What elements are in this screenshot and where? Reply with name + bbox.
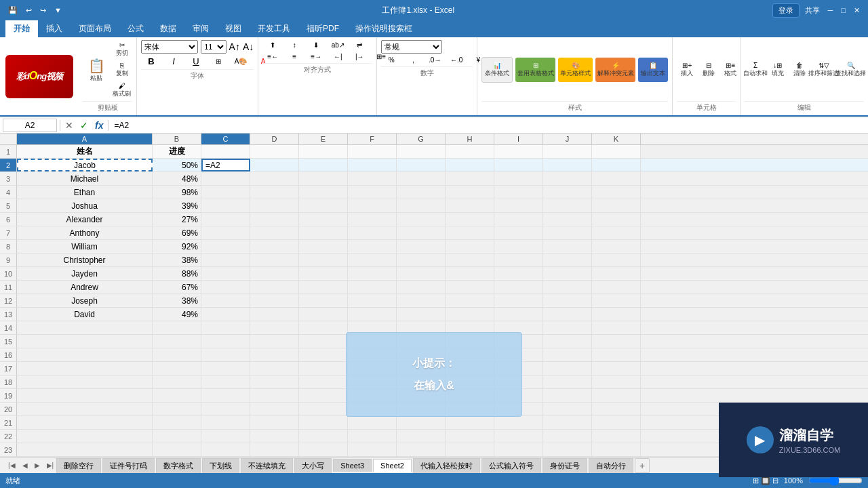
list-item[interactable]: 98% — [153, 186, 201, 199]
list-item[interactable] — [543, 294, 592, 307]
name-box[interactable]: A2 — [3, 119, 57, 132]
list-item[interactable]: 38% — [153, 253, 201, 266]
list-item[interactable] — [348, 267, 397, 280]
sheet-tab-case[interactable]: 大小写 — [294, 458, 332, 473]
list-item[interactable] — [201, 362, 250, 375]
login-button[interactable]: 登录 — [772, 3, 800, 18]
list-item[interactable] — [592, 172, 641, 185]
format-as-table-button[interactable]: ⊞ 套用表格格式 — [515, 58, 555, 82]
sheet-tab-delete-blank[interactable]: 删除空行 — [56, 458, 101, 473]
list-item[interactable]: 92% — [153, 240, 201, 253]
list-item[interactable] — [299, 159, 348, 171]
increase-font-icon[interactable]: A↑ — [229, 41, 240, 52]
list-item[interactable] — [446, 159, 494, 171]
list-item[interactable] — [153, 362, 201, 375]
list-item[interactable] — [446, 186, 494, 199]
list-item[interactable] — [348, 281, 397, 293]
list-item[interactable] — [592, 267, 641, 280]
col-header-a[interactable]: A — [17, 134, 153, 144]
list-item[interactable] — [348, 308, 397, 321]
insert-cell-button[interactable]: ⊞+插入 — [677, 60, 697, 79]
cut-button[interactable]: ✂剪切 — [111, 40, 132, 59]
list-item[interactable] — [250, 253, 299, 266]
list-item[interactable] — [299, 172, 348, 185]
undo-button[interactable]: ↩ — [23, 5, 35, 16]
find-select-button[interactable]: 🔍查找和选择 — [838, 60, 864, 79]
list-item[interactable] — [494, 159, 543, 171]
list-item[interactable] — [299, 308, 348, 321]
close-button[interactable]: ✕ — [851, 3, 863, 18]
col-header-c[interactable]: C — [201, 134, 250, 144]
list-item[interactable] — [494, 294, 543, 307]
list-item[interactable] — [299, 186, 348, 199]
list-item[interactable] — [446, 213, 494, 226]
list-item[interactable] — [543, 240, 592, 253]
tab-layout[interactable]: 页面布局 — [71, 20, 119, 37]
list-item[interactable] — [397, 199, 446, 212]
list-item[interactable]: Andrew — [17, 281, 153, 293]
list-item[interactable]: Jayden — [17, 267, 153, 280]
list-item[interactable] — [543, 159, 592, 171]
list-item[interactable] — [397, 294, 446, 307]
sheet-prev-button[interactable]: ◀ — [20, 460, 31, 470]
list-item[interactable] — [153, 335, 201, 348]
list-item[interactable] — [397, 172, 446, 185]
list-item[interactable] — [543, 199, 592, 212]
list-item[interactable] — [201, 267, 250, 280]
list-item[interactable] — [543, 308, 592, 321]
list-item[interactable] — [299, 348, 348, 361]
list-item[interactable] — [201, 145, 250, 158]
font-family-select[interactable]: 宋体 — [141, 40, 198, 54]
list-item[interactable]: 进度 — [153, 145, 201, 158]
list-item[interactable] — [592, 335, 641, 348]
resolve-conflict-button[interactable]: ⚡ 解释冲突元素 — [595, 58, 635, 82]
bold-button[interactable]: B — [141, 55, 161, 68]
tab-view[interactable]: 视图 — [217, 20, 250, 37]
list-item[interactable] — [543, 267, 592, 280]
list-item[interactable]: Ethan — [17, 186, 153, 199]
confirm-formula-button[interactable]: ✓ — [78, 120, 90, 131]
list-item[interactable] — [348, 226, 397, 239]
list-item[interactable]: 姓名 — [17, 145, 153, 158]
sheet-tab-id[interactable]: 身份证号 — [542, 458, 587, 473]
list-item[interactable] — [397, 240, 446, 253]
list-item[interactable]: 49% — [153, 308, 201, 321]
align-bottom-button[interactable]: ⬇ — [306, 40, 326, 50]
list-item[interactable] — [592, 199, 641, 212]
list-item[interactable] — [446, 172, 494, 185]
align-left-button[interactable]: ≡← — [262, 52, 283, 62]
list-item[interactable] — [446, 281, 494, 293]
list-item[interactable] — [494, 267, 543, 280]
list-item[interactable] — [299, 294, 348, 307]
list-item[interactable] — [299, 443, 348, 456]
decrease-font-icon[interactable]: A↓ — [243, 41, 254, 52]
list-item[interactable] — [446, 430, 494, 443]
percent-button[interactable]: % — [381, 55, 401, 65]
list-item[interactable] — [592, 430, 641, 443]
list-item[interactable]: 67% — [153, 281, 201, 293]
list-item[interactable] — [592, 294, 641, 307]
list-item[interactable] — [446, 145, 494, 158]
list-item[interactable] — [17, 430, 153, 443]
sheet-tab-number-format[interactable]: 数字格式 — [156, 458, 201, 473]
list-item[interactable] — [201, 253, 250, 266]
sheet-tab-underline[interactable]: 下划线 — [202, 458, 239, 473]
list-item[interactable] — [592, 240, 641, 253]
list-item[interactable] — [299, 281, 348, 293]
tab-foxpdf[interactable]: 福昕PDF — [298, 20, 347, 37]
list-item[interactable] — [201, 199, 250, 212]
list-item[interactable] — [348, 416, 397, 429]
list-item[interactable] — [250, 321, 299, 334]
list-item[interactable] — [201, 172, 250, 185]
wrap-text-button[interactable]: ⇌ — [349, 40, 370, 50]
col-header-j[interactable]: J — [543, 134, 592, 144]
format-painter-button[interactable]: 🖌格式刷 — [111, 81, 132, 100]
list-item[interactable] — [201, 308, 250, 321]
list-item[interactable] — [592, 321, 641, 334]
list-item[interactable] — [543, 335, 592, 348]
list-item[interactable] — [201, 348, 250, 361]
list-item[interactable] — [397, 416, 446, 429]
col-header-b[interactable]: B — [153, 134, 201, 144]
list-item[interactable] — [201, 375, 250, 388]
tab-dev[interactable]: 开发工具 — [250, 20, 298, 37]
